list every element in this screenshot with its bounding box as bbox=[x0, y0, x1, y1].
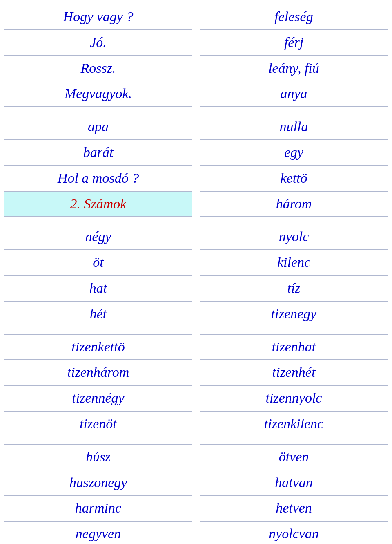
cell-4-right-0: ötven bbox=[200, 444, 388, 470]
cell-4-left-1: huszonegy bbox=[4, 470, 192, 496]
cell-1-left-3: 2. Számok bbox=[4, 191, 192, 217]
cell-0-right-3: anya bbox=[200, 81, 388, 107]
column-3-left: tizenkettötizenháromtizennégytizenöt bbox=[4, 334, 192, 437]
column-4-right: ötvenhatvanhetvennyolcvan bbox=[200, 444, 388, 544]
cell-2-left-0: négy bbox=[4, 224, 192, 250]
column-1-right: nullaegykettöhárom bbox=[200, 114, 388, 217]
group-1: apabarátHol a mosdó ?2. Számoknullaegyke… bbox=[4, 114, 388, 217]
cell-0-right-0: feleség bbox=[200, 4, 388, 30]
group-2: négyöthathétnyolckilenctíztizenegy bbox=[4, 224, 388, 327]
cell-0-left-2: Rossz. bbox=[4, 56, 192, 81]
cell-0-left-3: Megvagyok. bbox=[4, 81, 192, 107]
cell-1-right-0: nulla bbox=[200, 114, 388, 140]
cell-3-left-2: tizennégy bbox=[4, 385, 192, 411]
page-container: Hogy vagy ?Jó.Rossz.Megvagyok.feleségfér… bbox=[4, 4, 388, 544]
cell-1-right-2: kettö bbox=[200, 166, 388, 191]
column-0-left: Hogy vagy ?Jó.Rossz.Megvagyok. bbox=[4, 4, 192, 107]
cell-0-right-2: leány, fiú bbox=[200, 56, 388, 81]
cell-2-left-3: hét bbox=[4, 301, 192, 327]
cell-0-left-1: Jó. bbox=[4, 30, 192, 56]
column-1-left: apabarátHol a mosdó ?2. Számok bbox=[4, 114, 192, 217]
cell-2-right-0: nyolc bbox=[200, 224, 388, 250]
column-4-left: húszhuszonegyharmincnegyven bbox=[4, 444, 192, 544]
cell-2-right-2: tíz bbox=[200, 275, 388, 301]
cell-0-left-0: Hogy vagy ? bbox=[4, 4, 192, 30]
cell-0-right-1: férj bbox=[200, 30, 388, 56]
group-0: Hogy vagy ?Jó.Rossz.Megvagyok.feleségfér… bbox=[4, 4, 388, 107]
cell-4-right-3: nyolcvan bbox=[200, 521, 388, 544]
cell-3-left-0: tizenkettö bbox=[4, 334, 192, 360]
column-2-right: nyolckilenctíztizenegy bbox=[200, 224, 388, 327]
cell-3-right-0: tizenhat bbox=[200, 334, 388, 360]
cell-4-right-2: hetven bbox=[200, 495, 388, 521]
group-3: tizenkettötizenháromtizennégytizenöttize… bbox=[4, 334, 388, 437]
cell-2-right-3: tizenegy bbox=[200, 301, 388, 327]
cell-4-left-2: harminc bbox=[4, 495, 192, 521]
cell-3-left-1: tizenhárom bbox=[4, 360, 192, 385]
cell-3-right-2: tizennyolc bbox=[200, 385, 388, 411]
cell-3-left-3: tizenöt bbox=[4, 411, 192, 437]
cell-1-left-2: Hol a mosdó ? bbox=[4, 166, 192, 191]
cell-2-left-2: hat bbox=[4, 275, 192, 301]
cell-3-right-1: tizenhét bbox=[200, 360, 388, 385]
column-0-right: feleségférjleány, fiúanya bbox=[200, 4, 388, 107]
cell-1-left-1: barát bbox=[4, 140, 192, 166]
cell-4-left-3: negyven bbox=[4, 521, 192, 544]
group-4: húszhuszonegyharmincnegyvenötvenhatvanhe… bbox=[4, 444, 388, 544]
cell-4-right-1: hatvan bbox=[200, 470, 388, 496]
column-3-right: tizenhattizenhéttizennyolctizenkilenc bbox=[200, 334, 388, 437]
cell-1-left-0: apa bbox=[4, 114, 192, 140]
column-2-left: négyöthathét bbox=[4, 224, 192, 327]
cell-1-right-3: három bbox=[200, 191, 388, 217]
cell-3-right-3: tizenkilenc bbox=[200, 411, 388, 437]
cell-4-left-0: húsz bbox=[4, 444, 192, 470]
cell-2-left-1: öt bbox=[4, 250, 192, 275]
cell-2-right-1: kilenc bbox=[200, 250, 388, 275]
cell-1-right-1: egy bbox=[200, 140, 388, 166]
